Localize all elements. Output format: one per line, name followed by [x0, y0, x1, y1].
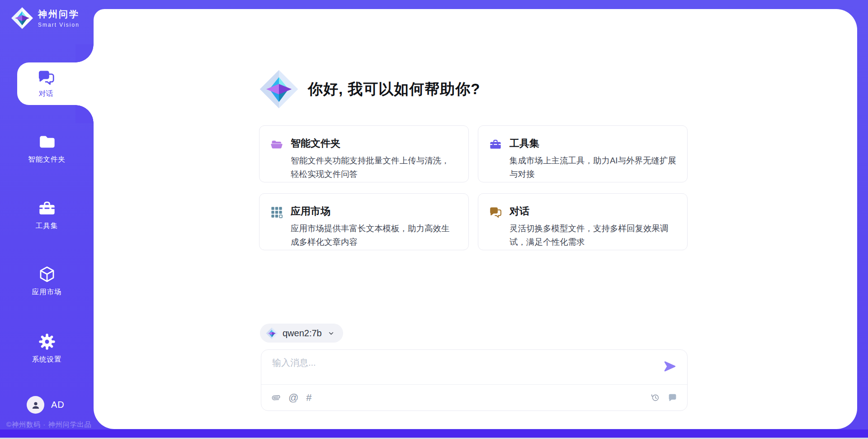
- chevron-down-icon: [327, 329, 335, 337]
- at-mention-icon[interactable]: @: [288, 393, 298, 402]
- card-description: 智能文件夹功能支持批量文件上传与清洗，轻松实现文件问答: [291, 154, 458, 181]
- card-app-market[interactable]: 应用市场 应用市场提供丰富长文本模板，助力高效生成多样化文章内容: [259, 193, 469, 250]
- greeting: 你好, 我可以如何帮助你?: [259, 69, 481, 109]
- composer-toolbar: @ #: [271, 385, 677, 410]
- message-input[interactable]: [272, 357, 643, 380]
- card-description: 集成市场上主流工具，助力AI与外界无缝扩展与对接: [509, 154, 676, 181]
- paperclip-icon[interactable]: [271, 393, 281, 402]
- history-icon[interactable]: [651, 393, 660, 402]
- active-tab-bottom-fillet: [75, 105, 94, 123]
- person-icon: [30, 400, 41, 410]
- user-account[interactable]: AD: [27, 396, 65, 414]
- diamond-logo-icon: [259, 69, 299, 109]
- bottom-accent-strip: [0, 429, 868, 438]
- sidebar-item-app-market[interactable]: 应用市场: [0, 265, 94, 297]
- brand-subtitle: Smart Vision: [38, 22, 80, 28]
- feature-cards: 智能文件夹 智能文件夹功能支持批量文件上传与清洗，轻松实现文件问答 工具集 集成…: [259, 125, 688, 250]
- send-button[interactable]: [664, 360, 676, 372]
- card-toolset[interactable]: 工具集 集成市场上主流工具，助力AI与外界无缝扩展与对接: [478, 125, 688, 182]
- sidebar-item-label: 应用市场: [32, 287, 62, 297]
- sidebar-item-toolset[interactable]: 工具集: [0, 199, 94, 231]
- active-tab-top-fillet: [75, 44, 94, 62]
- brand: 神州问学 Smart Vision: [11, 7, 80, 29]
- sidebar-item-settings[interactable]: 系统设置: [0, 333, 94, 364]
- toolbox-icon: [38, 199, 56, 217]
- chat-bubbles-icon: [489, 206, 502, 219]
- brand-logo-icon: [11, 7, 33, 29]
- sidebar-item-label: 智能文件夹: [28, 155, 66, 164]
- gear-icon: [38, 333, 56, 351]
- grid-icon: [270, 206, 283, 219]
- card-title: 应用市场: [291, 205, 458, 218]
- main-content: 你好, 我可以如何帮助你? 智能文件夹 智能文件夹功能支持批量文件上传与清洗，轻…: [259, 9, 688, 429]
- card-title: 智能文件夹: [291, 137, 458, 150]
- brand-name: 神州问学: [38, 8, 80, 20]
- sidebar-item-label: 对话: [39, 89, 53, 99]
- send-icon: [664, 360, 676, 372]
- message-composer: @ #: [261, 349, 688, 411]
- folder-open-icon: [270, 138, 283, 151]
- card-title: 工具集: [509, 137, 676, 150]
- card-smart-folder[interactable]: 智能文件夹 智能文件夹功能支持批量文件上传与清洗，轻松实现文件问答: [259, 125, 469, 182]
- user-initials: AD: [51, 400, 65, 410]
- sidebar-item-label: 工具集: [36, 221, 58, 231]
- comment-bubble-icon[interactable]: [668, 393, 677, 402]
- card-description: 应用市场提供丰富长文本模板，助力高效生成多样化文章内容: [291, 222, 458, 249]
- avatar: [27, 396, 44, 414]
- toolbox-icon: [489, 138, 502, 151]
- card-description: 灵活切换多模型文件，支持多样回复效果调试，满足个性化需求: [509, 222, 676, 249]
- main-panel: 你好, 我可以如何帮助你? 智能文件夹 智能文件夹功能支持批量文件上传与清洗，轻…: [94, 9, 857, 429]
- copyright-text: ©神州数码 · 神州问学出品: [6, 420, 91, 429]
- sidebar-item-smart-folder[interactable]: 智能文件夹: [0, 133, 94, 164]
- model-selector[interactable]: qwen2:7b: [260, 324, 343, 343]
- folder-icon: [38, 133, 56, 151]
- greeting-title: 你好, 我可以如何帮助你?: [308, 79, 481, 100]
- hash-topic-icon[interactable]: #: [306, 393, 311, 402]
- chat-bubbles-icon: [38, 69, 55, 86]
- sidebar-item-label: 系统设置: [32, 355, 62, 364]
- model-name: qwen2:7b: [283, 328, 322, 339]
- app-root: 神州问学 Smart Vision 对话 智能文件夹 工具集 应用市场 系统设置…: [0, 0, 868, 439]
- sidebar-item-chat[interactable]: 对话: [17, 62, 94, 105]
- card-chat[interactable]: 对话 灵活切换多模型文件，支持多样回复效果调试，满足个性化需求: [478, 193, 688, 250]
- diamond-logo-icon: [266, 327, 278, 339]
- card-title: 对话: [509, 205, 676, 218]
- cube-icon: [38, 265, 56, 283]
